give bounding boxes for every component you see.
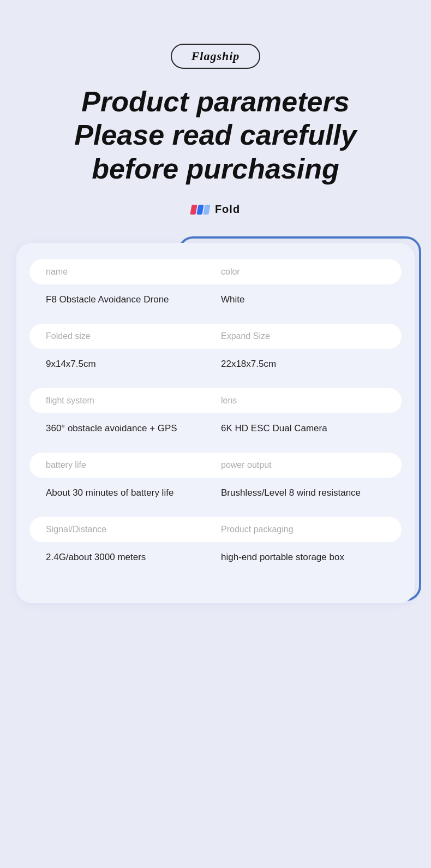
stripe-light-icon	[203, 205, 210, 215]
param-header-row-0: name color	[29, 259, 402, 284]
param-values-row-1: 9x14x7.5cm 22x18x7.5cm	[29, 356, 402, 378]
param-value-left-0: F8 Obstacle Avoidance Drone	[46, 294, 210, 305]
param-header-left-2: flight system	[46, 396, 210, 406]
param-value-right-0: White	[210, 294, 385, 305]
param-header-right-4: Product packaging	[210, 525, 385, 534]
fold-text: Fold	[215, 203, 240, 216]
param-value-right-3: Brushless/Level 8 wind resistance	[210, 487, 385, 498]
main-title: Product parameters Please read carefully…	[74, 85, 356, 186]
param-values-row-0: F8 Obstacle Avoidance Drone White	[29, 292, 402, 314]
param-header-right-0: color	[210, 267, 385, 277]
param-section-2: flight system lens 360° obstacle avoidan…	[29, 388, 402, 443]
param-value-left-1: 9x14x7.5cm	[46, 359, 210, 370]
param-values-row-2: 360° obstacle avoidance + GPS 6K HD ESC …	[29, 421, 402, 443]
stripe-red-icon	[190, 205, 197, 215]
param-section-1: Folded size Expand Size 9x14x7.5cm 22x18…	[29, 324, 402, 378]
param-value-left-4: 2.4G/about 3000 meters	[46, 552, 210, 563]
param-value-right-2: 6K HD ESC Dual Camera	[210, 423, 385, 434]
param-section-4: Signal/Distance Product packaging 2.4G/a…	[29, 517, 402, 572]
param-header-left-1: Folded size	[46, 331, 210, 341]
param-header-row-1: Folded size Expand Size	[29, 324, 402, 349]
param-section-0: name color F8 Obstacle Avoidance Drone W…	[29, 259, 402, 314]
param-value-right-4: high-end portable storage box	[210, 552, 385, 563]
param-values-row-3: About 30 minutes of battery life Brushle…	[29, 485, 402, 507]
flagship-text: Flagship	[191, 49, 240, 63]
stripe-blue-icon	[196, 205, 203, 215]
fold-label-row: Fold	[191, 203, 240, 216]
param-section-3: battery life power output About 30 minut…	[29, 453, 402, 507]
param-header-right-1: Expand Size	[210, 331, 385, 341]
param-value-right-1: 22x18x7.5cm	[210, 359, 385, 370]
card-container: name color F8 Obstacle Avoidance Drone W…	[16, 243, 415, 603]
param-value-left-2: 360° obstacle avoidance + GPS	[46, 423, 210, 434]
param-header-left-3: battery life	[46, 460, 210, 470]
param-header-right-2: lens	[210, 396, 385, 406]
param-values-row-4: 2.4G/about 3000 meters high-end portable…	[29, 550, 402, 572]
param-header-left-0: name	[46, 267, 210, 277]
flagship-badge: Flagship	[171, 44, 261, 69]
param-header-right-3: power output	[210, 460, 385, 470]
param-header-row-2: flight system lens	[29, 388, 402, 413]
param-header-row-3: battery life power output	[29, 453, 402, 478]
param-value-left-3: About 30 minutes of battery life	[46, 487, 210, 498]
param-header-row-4: Signal/Distance Product packaging	[29, 517, 402, 542]
param-header-left-4: Signal/Distance	[46, 525, 210, 534]
fold-stripes	[191, 205, 209, 215]
